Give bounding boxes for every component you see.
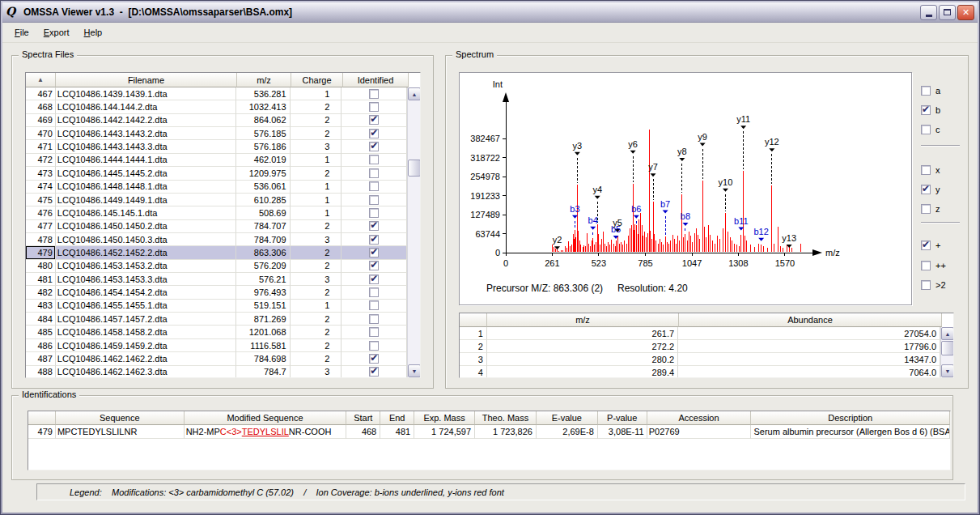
vertical-scrollbar[interactable]: ▲▼ (407, 87, 420, 377)
column-header-p-value[interactable]: P-value (598, 411, 647, 425)
spectra-row[interactable]: 470LCQ10486.1443.1443.2.dta576.1852✔ (26, 127, 407, 140)
identified-checkbox[interactable] (369, 102, 379, 112)
spectra-row[interactable]: 486LCQ10486.1459.1459.2.dta1116.5812 (26, 339, 407, 352)
spectra-row[interactable]: 467LCQ10486.1439.1439.1.dta536.2811 (26, 87, 407, 100)
identified-checkbox[interactable] (369, 181, 379, 191)
cell-filename: LCQ10486.1457.1457.2.dta (56, 313, 236, 326)
identified-checkbox[interactable] (369, 89, 379, 99)
spectra-row[interactable]: 472LCQ10486.1444.1444.1.dta462.0191 (26, 154, 407, 167)
ion-+-checkbox[interactable]: ✔ (921, 240, 931, 250)
cell-filename: LCQ10486.144.144.2.dta (56, 100, 236, 113)
spectra-row[interactable]: 484LCQ10486.1457.1457.2.dta871.2692 (26, 313, 407, 326)
spectra-row[interactable]: 475LCQ10486.1449.1449.1.dta610.2851 (26, 194, 407, 206)
scrollbar-thumb[interactable] (408, 160, 421, 177)
cell-abundance: 27054.0 (678, 327, 940, 340)
spectra-row[interactable]: 468LCQ10486.144.144.2.dta1032.4132 (26, 100, 407, 113)
cell-identified (342, 100, 407, 113)
column-header-modified-sequence[interactable]: Modified Sequence (185, 411, 347, 425)
scroll-down-button[interactable]: ▼ (941, 364, 954, 377)
column-header-sequence[interactable]: Sequence (56, 411, 185, 425)
column-header-index[interactable] (460, 313, 487, 327)
spectra-row[interactable]: 485LCQ10486.1458.1458.2.dta1201.0682 (26, 326, 407, 338)
column-header-index[interactable] (28, 411, 56, 425)
menu-item-export[interactable]: Export (36, 25, 77, 40)
identified-checkbox[interactable]: ✔ (369, 248, 379, 258)
maximize-button[interactable] (939, 5, 956, 20)
column-header-m/z[interactable]: m/z (487, 313, 679, 327)
ion-z-checkbox[interactable] (921, 204, 931, 214)
column-header-description[interactable]: Description (751, 411, 950, 425)
column-header-e-value[interactable]: E-value (537, 411, 598, 425)
spectra-row[interactable]: 471LCQ10486.1443.1443.3.dta576.1863✔ (26, 140, 407, 153)
identified-checkbox[interactable] (369, 341, 379, 351)
identified-checkbox[interactable]: ✔ (369, 142, 379, 151)
identified-checkbox[interactable]: ✔ (369, 129, 379, 138)
spectra-row[interactable]: 481LCQ10486.1453.1453.3.dta576.213✔ (26, 273, 407, 286)
scrollbar-thumb[interactable] (941, 341, 954, 355)
spectra-row[interactable]: 483LCQ10486.1455.1455.1.dta519.1511 (26, 300, 407, 313)
scroll-up-button[interactable]: ▲ (941, 327, 954, 340)
identified-checkbox[interactable] (369, 168, 379, 178)
menu-item-file[interactable]: File (7, 25, 36, 40)
abundance-row[interactable]: 3280.214347.0 (460, 353, 940, 366)
identified-checkbox[interactable] (369, 314, 379, 324)
scroll-up-button[interactable]: ▲ (408, 87, 421, 100)
column-header-accession[interactable]: Accession (647, 411, 752, 425)
spectra-row[interactable]: 480LCQ10486.1453.1453.2.dta576.2092✔ (26, 260, 407, 273)
ion-x-checkbox[interactable] (921, 165, 931, 175)
identified-checkbox[interactable] (369, 155, 379, 164)
abundance-row[interactable]: 2272.217796.0 (460, 340, 940, 353)
identified-checkbox[interactable]: ✔ (369, 275, 379, 284)
identified-checkbox[interactable] (369, 287, 379, 297)
spectra-row[interactable]: 469LCQ10486.1442.1442.2.dta864.0622✔ (26, 114, 407, 127)
spectra-row[interactable]: 474LCQ10486.1448.1448.1.dta536.0611 (26, 181, 407, 194)
ion-a-checkbox[interactable] (921, 86, 931, 96)
column-header-Identified[interactable]: Identified (343, 73, 409, 87)
column-header-end[interactable]: End (380, 411, 414, 425)
spectra-row[interactable]: 488LCQ10486.1462.1462.3.dta784.73✔ (26, 366, 407, 377)
close-button[interactable]: ✕ (957, 5, 974, 20)
column-header-index[interactable]: ▲ (26, 73, 56, 87)
identified-checkbox[interactable]: ✔ (369, 221, 379, 231)
spectra-row[interactable]: 487LCQ10486.1462.1462.2.dta784.6982✔ (26, 352, 407, 365)
table-body: 479MPCTEDYLSLILNRNH2-MPC<3>TEDYLSLILNR-C… (28, 425, 950, 470)
column-header-m/z[interactable]: m/z (237, 73, 291, 87)
column-header-start[interactable]: Start (346, 411, 380, 425)
spectra-row[interactable]: 477LCQ10486.1450.1450.2.dta784.7072✔ (26, 220, 407, 233)
vertical-scrollbar[interactable]: ▲▼ (940, 327, 953, 377)
spectra-row[interactable]: 478LCQ10486.1450.1450.3.dta784.7093✔ (26, 233, 407, 246)
titlebar[interactable]: Q OMSSA Viewer v1.3 - [D:\OMSSA\omssapar… (2, 2, 978, 23)
column-header-Filename[interactable]: Filename (56, 73, 237, 87)
abundance-row[interactable]: 1261.727054.0 (460, 327, 940, 340)
ion-y-checkbox[interactable]: ✔ (921, 185, 931, 194)
identified-checkbox[interactable] (369, 208, 379, 218)
abundance-row[interactable]: 4289.47064.0 (460, 366, 940, 377)
identified-checkbox[interactable]: ✔ (369, 354, 379, 364)
ion-c-checkbox[interactable] (921, 125, 931, 134)
column-header-Charge[interactable]: Charge (291, 73, 343, 87)
column-header-exp-mass[interactable]: Exp. Mass (414, 411, 475, 425)
cell-mz: 576.186 (236, 140, 291, 153)
menu-item-help[interactable]: Help (77, 25, 110, 40)
identified-checkbox[interactable]: ✔ (369, 115, 379, 125)
scroll-down-button[interactable]: ▼ (408, 364, 421, 377)
cell-row-number: 1 (460, 327, 487, 340)
spectra-row[interactable]: 482LCQ10486.1454.1454.2.dta976.4932 (26, 286, 407, 299)
column-header-theo-mass[interactable]: Theo. Mass (475, 411, 537, 425)
identified-checkbox[interactable]: ✔ (369, 261, 379, 270)
minimize-button[interactable] (920, 5, 937, 20)
identified-checkbox[interactable] (369, 327, 379, 337)
spectra-row[interactable]: 479LCQ10486.1452.1452.2.dta863.3062✔ (26, 246, 407, 259)
spectra-row[interactable]: 476LCQ10486.145.145.1.dta508.691 (26, 206, 407, 219)
identified-checkbox[interactable] (369, 300, 379, 310)
identified-checkbox[interactable]: ✔ (369, 367, 379, 377)
ion-b-checkbox[interactable]: ✔ (921, 105, 931, 115)
identified-checkbox[interactable] (369, 195, 379, 205)
ion-++-checkbox[interactable] (921, 261, 931, 270)
column-header-Abundance[interactable]: Abundance (679, 313, 942, 327)
ion->2-checkbox[interactable] (921, 280, 931, 290)
spectra-row[interactable]: 473LCQ10486.1445.1445.2.dta1209.9752 (26, 167, 407, 180)
identified-checkbox[interactable]: ✔ (369, 235, 379, 245)
identification-row[interactable]: 479MPCTEDYLSLILNRNH2-MPC<3>TEDYLSLILNR-C… (28, 425, 950, 439)
table-body: 1261.727054.02272.217796.03280.214347.04… (460, 327, 940, 377)
